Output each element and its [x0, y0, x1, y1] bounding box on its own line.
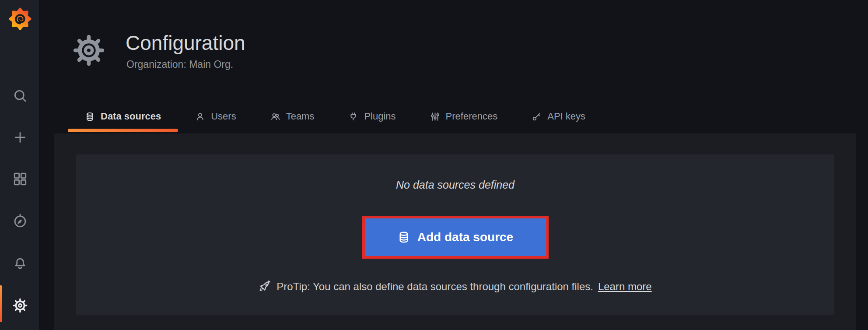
- tab-label: Teams: [286, 111, 315, 122]
- compass-icon: [13, 214, 28, 228]
- content-panel: No data sources defined Add data source: [54, 133, 856, 330]
- sidebar-item-dashboards[interactable]: [0, 163, 40, 195]
- tab-teams[interactable]: Teams: [253, 101, 332, 132]
- grafana-logo[interactable]: [9, 7, 32, 30]
- search-icon: [13, 88, 28, 103]
- empty-state-message: No data sources defined: [396, 176, 514, 193]
- tab-users[interactable]: Users: [178, 101, 253, 132]
- tab-label: API keys: [547, 111, 585, 122]
- gear-icon: [13, 298, 28, 313]
- tab-label: Preferences: [446, 111, 498, 122]
- protip-row: ProTip: You can also define data sources…: [259, 278, 651, 295]
- sidebar-item-alerting[interactable]: [0, 248, 40, 279]
- key-icon: [532, 112, 542, 122]
- grid-icon: [13, 172, 28, 186]
- tab-plugins[interactable]: Plugins: [331, 101, 413, 132]
- sidebar: [0, 0, 40, 330]
- tab-label: Plugins: [364, 111, 396, 122]
- sidebar-item-explore[interactable]: [0, 205, 40, 237]
- bell-icon: [13, 256, 28, 271]
- users-icon: [270, 112, 280, 122]
- page-subtitle: Organization: Main Org.: [126, 58, 233, 71]
- add-button-label: Add data source: [417, 230, 513, 244]
- plug-icon: [348, 112, 358, 122]
- sliders-icon: [430, 112, 440, 122]
- tab-label: Data sources: [101, 111, 161, 122]
- sidebar-item-configuration[interactable]: [0, 290, 40, 321]
- tab-preferences[interactable]: Preferences: [413, 101, 515, 132]
- tab-label: Users: [211, 111, 236, 122]
- config-tabs: Data sources Users Teams Plugins: [68, 101, 602, 132]
- learn-more-link[interactable]: Learn more: [598, 278, 652, 295]
- sidebar-item-create[interactable]: [0, 122, 40, 153]
- user-icon: [195, 112, 205, 122]
- tab-api-keys[interactable]: API keys: [514, 101, 602, 132]
- gear-icon: [73, 34, 105, 67]
- active-tab-underline: [68, 129, 178, 132]
- plus-icon: [13, 130, 28, 145]
- active-nav-indicator: [0, 285, 2, 322]
- page-title: Configuration: [126, 31, 245, 55]
- database-icon: [397, 231, 410, 244]
- empty-state-card: No data sources defined Add data source: [76, 154, 834, 315]
- sidebar-item-search[interactable]: [0, 80, 40, 112]
- tab-data-sources[interactable]: Data sources: [68, 101, 178, 132]
- annotation-highlight: Add data source: [362, 216, 549, 259]
- add-data-source-button[interactable]: Add data source: [365, 218, 546, 256]
- database-icon: [85, 112, 95, 122]
- rocket-icon: [259, 280, 272, 293]
- protip-text: ProTip: You can also define data sources…: [276, 278, 593, 295]
